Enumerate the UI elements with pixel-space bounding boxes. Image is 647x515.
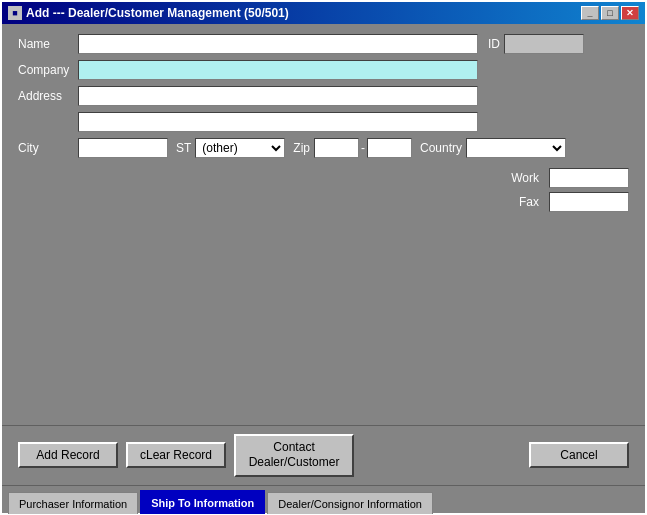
phone-section: Work Fax bbox=[18, 168, 629, 216]
zip2-input[interactable] bbox=[367, 138, 412, 158]
address1-row: Address bbox=[18, 86, 629, 106]
company-row: Company bbox=[18, 60, 629, 80]
st-label: ST bbox=[176, 141, 191, 155]
city-input[interactable] bbox=[78, 138, 168, 158]
clear-record-button[interactable]: cLear Record bbox=[126, 442, 226, 468]
company-label: Company bbox=[18, 63, 78, 77]
tab-bar: Purchaser Information Ship To Informatio… bbox=[2, 485, 645, 513]
title-bar-left: ■ Add --- Dealer/Customer Management (50… bbox=[8, 6, 289, 20]
city-label: City bbox=[18, 141, 78, 155]
name-label: Name bbox=[18, 37, 78, 51]
zip-label: Zip bbox=[293, 141, 310, 155]
id-label: ID bbox=[488, 37, 500, 51]
add-record-button[interactable]: Add Record bbox=[18, 442, 118, 468]
address1-input[interactable] bbox=[78, 86, 478, 106]
st-select[interactable]: (other) ALAKAZAR CACOCTDE FLGAHIID ILINI… bbox=[195, 138, 285, 158]
title-buttons: _ □ ✕ bbox=[581, 6, 639, 20]
name-input[interactable] bbox=[78, 34, 478, 54]
app-icon: ■ bbox=[8, 6, 22, 20]
company-input[interactable] bbox=[78, 60, 478, 80]
zip-dash: - bbox=[361, 141, 365, 155]
zip-group: - bbox=[314, 138, 412, 158]
fax-row: Fax bbox=[519, 192, 629, 212]
window-title: Add --- Dealer/Customer Management (50/5… bbox=[26, 6, 289, 20]
work-row: Work bbox=[511, 168, 629, 188]
cancel-button[interactable]: Cancel bbox=[529, 442, 629, 468]
form-area: Name ID Company Address City ST (other) … bbox=[2, 24, 645, 425]
minimize-button[interactable]: _ bbox=[581, 6, 599, 20]
id-input[interactable] bbox=[504, 34, 584, 54]
contact-dealer-button[interactable]: ContactDealer/Customer bbox=[234, 434, 354, 477]
address2-row bbox=[18, 112, 629, 132]
zip1-input[interactable] bbox=[314, 138, 359, 158]
close-button[interactable]: ✕ bbox=[621, 6, 639, 20]
maximize-button[interactable]: □ bbox=[601, 6, 619, 20]
fax-input[interactable] bbox=[549, 192, 629, 212]
tab-shipto[interactable]: Ship To Information bbox=[140, 490, 265, 514]
country-select[interactable] bbox=[466, 138, 566, 158]
work-label: Work bbox=[511, 171, 539, 185]
work-input[interactable] bbox=[549, 168, 629, 188]
address2-input[interactable] bbox=[78, 112, 478, 132]
tab-purchaser[interactable]: Purchaser Information bbox=[8, 492, 138, 514]
button-bar: Add Record cLear Record ContactDealer/Cu… bbox=[2, 425, 645, 485]
country-label: Country bbox=[420, 141, 462, 155]
main-window: ■ Add --- Dealer/Customer Management (50… bbox=[0, 0, 647, 515]
address-label: Address bbox=[18, 89, 78, 103]
fax-label: Fax bbox=[519, 195, 539, 209]
name-id-row: Name ID bbox=[18, 34, 629, 54]
tab-dealer[interactable]: Dealer/Consignor Information bbox=[267, 492, 433, 514]
title-bar: ■ Add --- Dealer/Customer Management (50… bbox=[2, 2, 645, 24]
city-row: City ST (other) ALAKAZAR CACOCTDE FLGAHI… bbox=[18, 138, 629, 158]
